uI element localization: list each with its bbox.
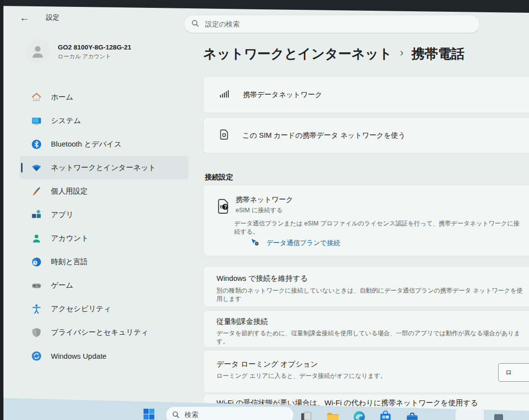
sidebar-item-label: ホーム bbox=[51, 93, 73, 102]
card-title: 従量制課金接続 bbox=[216, 317, 268, 326]
settings-search-input[interactable] bbox=[204, 20, 473, 28]
sidebar: ホーム システム Bluetooth とデバイス ネットワークとインターネット bbox=[20, 85, 189, 368]
sidebar-item-privacy-security[interactable]: プライバシーとセキュリティ bbox=[20, 321, 189, 344]
sidebar-item-home[interactable]: ホーム bbox=[20, 85, 189, 109]
chevron-right-icon: › bbox=[400, 47, 404, 59]
sidebar-item-time-language[interactable]: 時刻と言語 bbox=[20, 250, 189, 273]
sidebar-item-label: Bluetooth とデバイス bbox=[51, 140, 121, 149]
connect-pointer-icon bbox=[250, 237, 260, 248]
sidebar-item-label: 時刻と言語 bbox=[51, 257, 88, 267]
edge-icon[interactable] bbox=[353, 410, 366, 420]
avatar bbox=[25, 39, 50, 64]
keep-connected-card[interactable]: Windows で接続を維持する 別の種類のネットワークに接続していないときは、… bbox=[203, 266, 529, 307]
app-title: 設定 bbox=[46, 13, 59, 22]
sidebar-item-label: アクセシビリティ bbox=[51, 304, 111, 314]
card-description: 別の種類のネットワークに接続していないときは、自動的にデータ通信プランの携帯デー… bbox=[216, 287, 525, 303]
taskbar-search-label: 検索 bbox=[185, 411, 198, 420]
card-title: データ ローミング オプション bbox=[216, 360, 318, 369]
svg-text:?: ? bbox=[224, 204, 227, 210]
taskbar-search[interactable]: 検索 bbox=[166, 406, 294, 420]
breadcrumb-parent[interactable]: ネットワークとインターネット bbox=[203, 45, 392, 63]
network-icon bbox=[30, 162, 42, 173]
task-view-icon[interactable] bbox=[300, 411, 313, 420]
sidebar-item-personalization[interactable]: 個人用設定 bbox=[20, 179, 189, 203]
data-roaming-card[interactable]: データ ローミング オプション ローミング エリアに入ると、データ接続がオフにな… bbox=[203, 350, 529, 393]
sidebar-item-label: ネットワークとインターネット bbox=[51, 163, 156, 173]
search-icon bbox=[172, 411, 180, 420]
metered-connection-card[interactable]: 従量制課金接続 データを節約するために、従量制課金接続を使用している場合、一部の… bbox=[203, 310, 529, 347]
card-description: ローミング エリアに入ると、データ接続がオフになります。 bbox=[216, 372, 491, 380]
windows-update-icon bbox=[30, 350, 42, 362]
briefcase-icon[interactable] bbox=[406, 411, 419, 420]
sidebar-item-accounts[interactable]: アカウント bbox=[20, 226, 189, 250]
card-title: Windows で接続を維持する bbox=[216, 274, 308, 283]
accounts-icon bbox=[30, 232, 42, 244]
sidebar-item-label: システム bbox=[51, 116, 81, 125]
apps-icon bbox=[30, 209, 42, 221]
screen-bezel-left bbox=[0, 0, 3, 420]
system-icon bbox=[30, 115, 42, 126]
sidebar-item-label: アプリ bbox=[51, 210, 73, 220]
store-icon[interactable] bbox=[379, 411, 392, 420]
sidebar-item-label: アカウント bbox=[51, 234, 89, 243]
sidebar-item-apps[interactable]: アプリ bbox=[20, 203, 189, 226]
connect-data-plan-link[interactable]: データ通信プランで接続 bbox=[250, 237, 340, 248]
connect-link-label: データ通信プランで接続 bbox=[266, 239, 340, 247]
breadcrumb: ネットワークとインターネット › 携帯電話 bbox=[203, 45, 464, 63]
card-description: データを節約するために、従量制課金接続を使用している場合、一部のアプリでは動作が… bbox=[216, 329, 525, 346]
sidebar-item-label: Windows Update bbox=[51, 352, 106, 360]
cellular-network-card[interactable]: E? 携帯ネットワーク eSIM に接続する データ通信プランまたは eSIM … bbox=[203, 185, 529, 256]
personalization-icon bbox=[30, 185, 42, 197]
time-language-icon bbox=[30, 256, 42, 268]
settings-window: ← 設定 GO2 8100Y-8G-128G-21 ローカル アカウント ホーム bbox=[0, 0, 529, 420]
back-button[interactable]: ← bbox=[20, 13, 29, 23]
privacy-icon bbox=[30, 326, 42, 338]
tray-widget[interactable] bbox=[456, 409, 484, 420]
sidebar-item-accessibility[interactable]: アクセシビリティ bbox=[20, 297, 189, 321]
roaming-dropdown-value: ロ bbox=[505, 368, 512, 377]
esim-question-icon: E? bbox=[216, 198, 231, 217]
page-title: 携帯電話 bbox=[411, 45, 464, 63]
start-button[interactable] bbox=[143, 408, 155, 420]
sidebar-item-label: プライバシーとセキュリティ bbox=[51, 328, 148, 337]
sidebar-item-windows-update[interactable]: Windows Update bbox=[20, 344, 189, 368]
sidebar-item-system[interactable]: システム bbox=[20, 109, 189, 132]
card-subtitle: eSIM に接続する bbox=[236, 206, 283, 215]
home-icon bbox=[30, 91, 42, 103]
search-icon bbox=[191, 19, 199, 29]
screen-bezel-top bbox=[0, 0, 529, 15]
section-title: 接続設定 bbox=[205, 173, 233, 182]
sim-card-icon bbox=[218, 128, 231, 143]
account-name: GO2 8100Y-8G-128G-21 bbox=[58, 43, 131, 52]
bluetooth-icon bbox=[30, 138, 42, 150]
gaming-icon bbox=[30, 279, 42, 291]
sidebar-item-label: ゲーム bbox=[51, 281, 73, 290]
file-explorer-icon[interactable] bbox=[326, 411, 339, 420]
selected-indicator bbox=[21, 163, 23, 173]
sidebar-item-gaming[interactable]: ゲーム bbox=[20, 273, 189, 297]
card-title: この SIM カードの携帯データ ネットワークを使う bbox=[242, 131, 406, 140]
settings-search[interactable] bbox=[184, 15, 480, 33]
cellular-data-card[interactable]: 携帯データネットワーク bbox=[203, 76, 529, 113]
titlebar: ← 設定 bbox=[20, 11, 59, 25]
account-type: ローカル アカウント bbox=[58, 53, 131, 60]
signal-bars-icon bbox=[218, 87, 231, 102]
sim-selection-card[interactable]: この SIM カードの携帯データ ネットワークを使う bbox=[203, 117, 529, 153]
roaming-dropdown[interactable]: ロ bbox=[498, 363, 529, 382]
sidebar-item-label: 個人用設定 bbox=[51, 187, 88, 196]
card-title: 携帯データネットワーク bbox=[243, 90, 322, 99]
card-description: データ通信プランまたは eSIM プロファイルのライセンス認証を行って、携帯デー… bbox=[234, 220, 523, 236]
account-header[interactable]: GO2 8100Y-8G-128G-21 ローカル アカウント bbox=[25, 39, 131, 64]
sidebar-item-bluetooth-devices[interactable]: Bluetooth とデバイス bbox=[20, 132, 189, 156]
sidebar-item-network-internet[interactable]: ネットワークとインターネット bbox=[20, 156, 189, 179]
card-title: 携帯ネットワーク bbox=[236, 195, 293, 204]
tray-icon[interactable] bbox=[493, 412, 505, 420]
accessibility-icon bbox=[30, 303, 42, 315]
